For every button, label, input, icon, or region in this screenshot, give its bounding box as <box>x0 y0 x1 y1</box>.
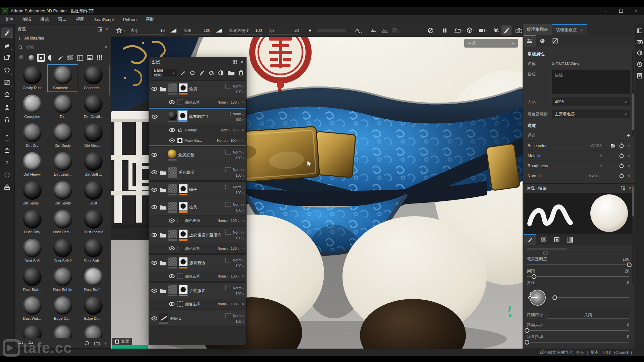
effect-opacity-select[interactable]: 100 <box>231 274 239 278</box>
description-field[interactable] <box>552 70 630 94</box>
layer-row[interactable]: 上衣裙摆护腰服饰 Norm 100 <box>149 227 246 243</box>
slider-track[interactable] <box>527 330 629 331</box>
layer-blend-select[interactable]: Norm <box>233 230 244 234</box>
channel-format[interactable]: RGB16F <box>587 174 602 178</box>
environment-map-1[interactable] <box>370 24 377 37</box>
layer-row[interactable]: 填充图层 1 Norm 100 <box>149 109 246 125</box>
angle-slider-track[interactable] <box>554 297 629 298</box>
effect-blend-select[interactable]: Norm <box>217 302 229 306</box>
layer-blend-select[interactable]: Norm <box>233 185 244 189</box>
layer-opacity-select[interactable]: 100 <box>235 173 244 177</box>
angle-dial[interactable] <box>527 288 548 307</box>
effect-opacity-select[interactable]: 50 <box>232 128 239 132</box>
effect-blend-select[interactable]: Norm <box>217 219 229 223</box>
effect-remove-icon[interactable]: × <box>242 246 244 250</box>
strip-notes[interactable] <box>637 73 642 78</box>
layer-opacity-select[interactable]: 100 <box>235 191 244 195</box>
layer-opacity-select[interactable]: 100 <box>235 292 244 296</box>
layer-effect-row[interactable]: Mask Bu... Norm 100 × <box>149 135 246 145</box>
layer-effects-box[interactable] <box>225 185 231 189</box>
filter-brush-stroke[interactable] <box>56 54 64 62</box>
effect-remove-icon[interactable]: × <box>242 302 244 306</box>
layer-effects-box[interactable] <box>225 286 231 290</box>
layer-visibility-eye-icon[interactable] <box>151 115 158 119</box>
assets-scrollbar[interactable] <box>109 65 110 95</box>
loop-refresh-icon[interactable] <box>190 70 195 76</box>
layer-opacity-select[interactable]: 100 <box>235 208 244 212</box>
layer-opacity-select[interactable]: 100 <box>235 264 244 268</box>
library-breadcrumb[interactable]: ❯ All libraries <box>15 34 111 43</box>
folder-icon[interactable] <box>227 70 235 76</box>
dock-icon[interactable] <box>98 27 102 32</box>
material-Dirt Heavy[interactable]: Dirt Heavy <box>17 151 47 178</box>
effect-opacity-select[interactable]: 100 <box>230 138 239 142</box>
material-Edge Sto...[interactable]: Edge Sto... <box>47 324 78 338</box>
material-Dust Soft[interactable]: Dust Soft <box>17 237 47 265</box>
effect-blend-select[interactable]: Norm <box>217 246 229 250</box>
strip-history[interactable] <box>637 62 642 67</box>
material-Edge Da...[interactable]: Edge Da... <box>47 295 78 322</box>
toolbar-slider-大小[interactable] <box>130 34 165 35</box>
camera-mode-selector[interactable]: ∨ <box>479 24 488 37</box>
geometry-view-selector[interactable]: ∨ <box>467 24 474 37</box>
brush-preset-selector[interactable]: ∨ <box>116 24 125 37</box>
toolbar-field-value-大小[interactable]: 10 <box>155 24 165 37</box>
layer-mask-thumb[interactable] <box>179 230 187 238</box>
trash-icon[interactable] <box>238 70 244 76</box>
falloff-profile-1[interactable] <box>170 24 177 37</box>
layer-visibility-eye-icon[interactable] <box>151 261 158 265</box>
effect-visibility-eye-icon[interactable] <box>168 274 175 278</box>
filter-alpha-checker[interactable] <box>66 54 74 62</box>
channel-format[interactable]: sRGB8 <box>590 144 602 148</box>
effect-opacity-select[interactable]: 100 <box>231 302 239 306</box>
material-Cavity Rust[interactable]: Cavity Rust <box>17 64 47 92</box>
search-clear-icon[interactable]: × <box>105 45 107 50</box>
texture-set-icontab-channel-settings[interactable] <box>524 35 536 47</box>
layer-mask-thumb[interactable] <box>179 202 187 210</box>
slider-track[interactable] <box>527 253 629 253</box>
layer-effects-box[interactable] <box>225 167 231 172</box>
strip-dock-panel[interactable] <box>637 28 642 33</box>
channel-format[interactable]: L8 <box>598 164 602 168</box>
paint-props-close-icon[interactable]: × <box>629 186 631 191</box>
effect-opacity-select[interactable]: 100 <box>231 100 239 104</box>
filter-procedural-grid[interactable] <box>76 54 84 62</box>
particles-tool[interactable] <box>493 24 499 37</box>
layer-mask-thumb[interactable] <box>179 257 187 266</box>
maximize-button[interactable] <box>613 7 629 15</box>
layer-row[interactable]: 图层 1 Norm 100 <box>149 310 246 326</box>
layer-effects-box[interactable] <box>225 202 231 207</box>
material-mode-dropdown[interactable]: 材质 ∨ <box>464 39 518 48</box>
material-Dirt Spots[interactable]: Dirt Spots <box>47 180 78 207</box>
strip-camera-view[interactable] <box>637 39 643 44</box>
slider-handle[interactable] <box>525 340 529 345</box>
magic-wand-icon[interactable] <box>180 70 186 76</box>
layer-mask-thumb[interactable] <box>179 83 187 92</box>
layers-channel-select[interactable]: Base color ∨ <box>152 69 177 76</box>
refresh-icon[interactable] <box>84 341 90 346</box>
layer-opacity-select[interactable]: 100 <box>235 156 244 160</box>
layer-effects-box[interactable] <box>225 313 231 318</box>
layer-blend-select[interactable]: Norm <box>233 258 244 262</box>
effect-remove-icon[interactable]: × <box>242 138 244 142</box>
channel-remove-icon[interactable]: × <box>628 174 630 178</box>
paint-props-tab-material-gradient[interactable] <box>564 234 577 245</box>
layer-row[interactable]: 金属 Norm 100 <box>149 81 246 97</box>
filter-sphere-shaded[interactable] <box>27 54 35 62</box>
effect-remove-icon[interactable]: × <box>242 100 244 104</box>
material-Dust Soft 2[interactable]: Dust Soft 2 <box>47 237 78 265</box>
channel-remove-icon[interactable]: × <box>628 154 630 158</box>
layer-visibility-eye-icon[interactable] <box>151 205 158 209</box>
tool-plugin-z[interactable]: Z <box>1 157 13 168</box>
perspective-view-selector[interactable]: ∨ <box>454 24 463 37</box>
material-Dirt Dusty[interactable]: Dirt Dusty <box>47 122 78 149</box>
effect-remove-icon[interactable]: × <box>242 219 244 223</box>
layer-mask-thumb[interactable] <box>179 184 187 193</box>
material-Dirt[interactable]: Dirt <box>47 93 78 121</box>
layer-effects-box[interactable] <box>225 230 231 235</box>
slider-handle[interactable] <box>525 328 529 333</box>
material-Dirt Splas...[interactable]: Dirt Splas... <box>17 180 47 207</box>
filter-image[interactable] <box>86 54 94 62</box>
active-paint-tool[interactable] <box>501 25 512 36</box>
tool-smudge[interactable]: ∨ <box>1 77 13 88</box>
